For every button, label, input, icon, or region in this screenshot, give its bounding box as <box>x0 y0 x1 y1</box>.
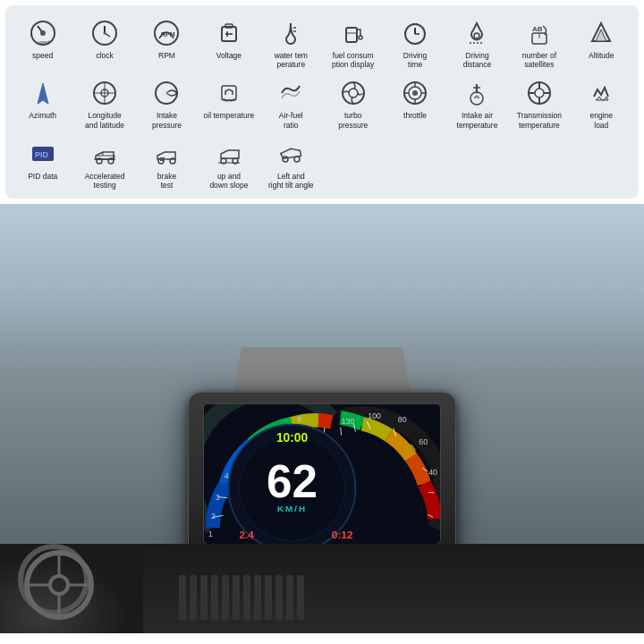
feature-transmission: Transmissiontemperature <box>509 74 569 131</box>
slope-label: up anddown slope <box>209 172 248 190</box>
feature-pid: PID PID data <box>13 135 72 191</box>
vent-8 <box>254 575 261 620</box>
steering-wheel <box>18 544 89 615</box>
svg-point-18 <box>359 36 362 39</box>
voltage-icon <box>212 16 246 50</box>
feature-air-fuel: Air-fuelratio <box>261 74 321 131</box>
satellites-icon: AB <box>522 16 556 50</box>
vent-5 <box>222 575 229 620</box>
svg-text:PID: PID <box>35 150 49 159</box>
speed-label: speed <box>32 51 53 60</box>
throttle-icon <box>398 76 432 110</box>
intake-pressure-icon <box>149 76 183 110</box>
vent-7 <box>243 575 250 620</box>
intake-pressure-label: Intakepressure <box>152 111 182 129</box>
azimuth-icon <box>26 76 60 110</box>
feature-brake-test: braketest <box>137 135 197 191</box>
transmission-label: Transmissiontemperature <box>517 111 562 129</box>
transmission-icon <box>522 76 556 110</box>
turbo-label: turbopressure <box>338 111 368 129</box>
svg-rect-16 <box>346 28 357 42</box>
svg-text:8: 8 <box>297 415 301 424</box>
driving-distance-label: Drivingdistance <box>463 51 492 69</box>
intake-air-label: Intake airtemperature <box>457 111 498 129</box>
feature-accel-test: Acceleratedtesting <box>74 135 134 191</box>
svg-marker-30 <box>38 83 48 104</box>
tilt-icon <box>274 137 308 171</box>
val-right-text: 0:12 <box>332 529 353 541</box>
svg-text:100: 100 <box>368 411 381 420</box>
svg-point-1 <box>40 30 46 36</box>
pid-label: PID data <box>28 172 57 181</box>
accel-test-label: Acceleratedtesting <box>85 172 125 190</box>
feature-intake-pressure: Intakepressure <box>137 74 197 131</box>
vent-11 <box>286 575 293 620</box>
svg-point-41 <box>412 90 418 96</box>
altitude-label: Altitude <box>589 51 614 60</box>
feature-intake-air: Intake airtemperature <box>447 74 507 131</box>
vent-9 <box>265 575 272 620</box>
car-display-section: 1 2 3 4 5 6 7 8 10:00 62 KM/H <box>0 204 644 633</box>
steering-area <box>0 544 143 633</box>
vent-area <box>179 571 599 624</box>
engine-load-label: engineload <box>590 111 614 129</box>
svg-point-49 <box>535 89 544 97</box>
feature-altitude: Altitude <box>572 14 631 71</box>
feature-driving-distance: Drivingdistance <box>447 14 507 71</box>
clock-icon <box>88 16 122 50</box>
oil-temp-label: oil temperature <box>204 111 255 120</box>
feature-clock: clock <box>74 14 134 71</box>
feature-water-temp: water temperature <box>261 14 321 71</box>
svg-text:2: 2 <box>211 512 216 521</box>
feature-satellites: AB number ofsatellites <box>509 14 569 71</box>
svg-point-23 <box>474 33 479 38</box>
feature-engine-load: engineload <box>572 74 631 131</box>
vent-1 <box>179 575 186 620</box>
speed-icon: speed <box>26 16 60 50</box>
water-temp-label: water temperature <box>275 51 308 69</box>
water-temp-icon <box>274 16 308 50</box>
accel-test-icon <box>88 137 122 171</box>
svg-rect-61 <box>160 157 165 161</box>
rpm-label: RPM <box>158 51 175 60</box>
satellites-label: number ofsatellites <box>522 51 556 69</box>
clock-text: 10:00 <box>276 431 309 445</box>
brake-test-icon <box>149 137 183 171</box>
svg-text:4: 4 <box>225 471 229 480</box>
vent-3 <box>200 575 208 620</box>
feature-azimuth: Azimuth <box>13 74 72 131</box>
driving-time-label: Drivingtime <box>403 51 427 69</box>
driving-time-icon <box>398 16 432 50</box>
pid-icon: PID <box>26 137 60 171</box>
driving-distance-icon <box>460 16 494 50</box>
svg-text:60: 60 <box>419 437 428 446</box>
svg-text:AB: AB <box>532 25 543 33</box>
air-fuel-label: Air-fuelratio <box>279 111 303 129</box>
feature-driving-time: Drivingtime <box>385 14 445 71</box>
svg-text:1: 1 <box>208 530 213 538</box>
speedometer-display: 1 2 3 4 5 6 7 8 10:00 62 KM/H <box>204 404 440 544</box>
svg-point-99 <box>50 576 68 594</box>
longitude-label: Longitudeand latitude <box>85 111 124 129</box>
voltage-label: Voltage <box>216 51 242 60</box>
svg-text:80: 80 <box>398 415 407 424</box>
svg-text:3: 3 <box>216 493 220 502</box>
engine-load-icon <box>584 76 618 110</box>
fuel-icon <box>336 16 370 50</box>
dashboard <box>0 544 644 633</box>
fuel-label: fuel consumption display <box>332 51 374 69</box>
svg-point-37 <box>343 82 364 104</box>
unit-text: KM/H <box>277 504 307 513</box>
air-fuel-icon <box>274 76 308 110</box>
feature-rpm: RPM RPM <box>137 14 197 71</box>
feature-longitude: Longitudeand latitude <box>74 74 134 131</box>
vent-12 <box>297 575 304 620</box>
vent-2 <box>190 575 197 620</box>
feature-tilt: Left andright tilt angle <box>261 135 321 191</box>
rpm-icon: RPM <box>149 16 183 50</box>
feature-oil-temp: oil temperature <box>199 74 258 131</box>
altitude-icon <box>584 16 618 50</box>
vent-10 <box>275 575 283 620</box>
feature-slope: up anddown slope <box>199 135 258 191</box>
feature-turbo: turbopressure <box>323 74 383 131</box>
